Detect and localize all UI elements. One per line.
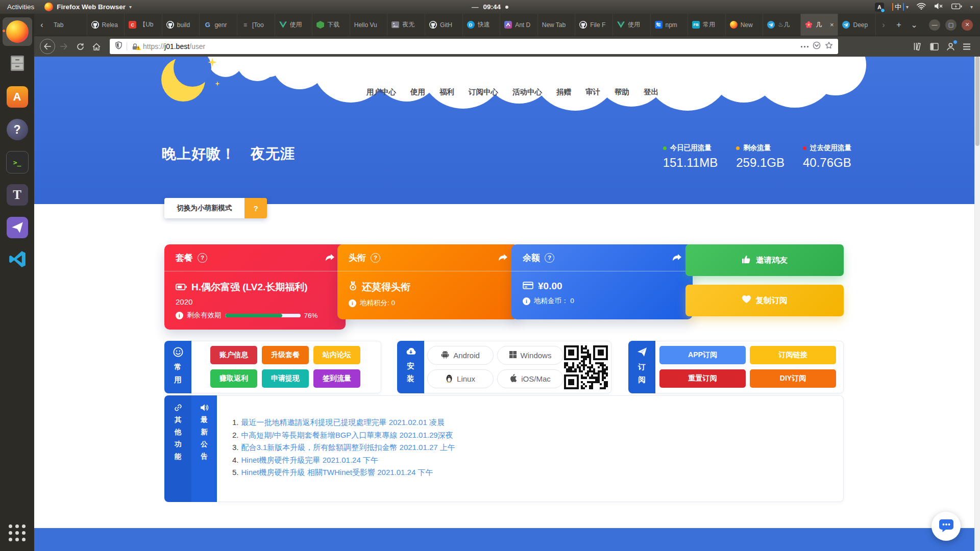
help-icon[interactable]: ? [371, 253, 380, 263]
switch-newbie-mode-button[interactable]: 切换为小萌新模式 [164, 198, 244, 218]
dock-item-ubuntu-software[interactable]: A [3, 83, 32, 111]
scrollbar-thumb[interactable] [975, 57, 979, 146]
home-button[interactable] [88, 39, 105, 54]
close-button[interactable]: ✕ [962, 19, 973, 31]
input-method-icon[interactable]: A [875, 3, 884, 12]
nav-link[interactable]: 帮助 [615, 87, 629, 97]
install-button-windows[interactable]: Windows [497, 346, 564, 365]
new-tab-button[interactable]: + [891, 14, 906, 36]
show-applications-button[interactable] [3, 518, 32, 547]
account-icon[interactable] [942, 39, 959, 54]
announcement-link[interactable]: 最近一批地精邀請返利提現已提現處理完畢 2021.02.01 凌晨 [241, 418, 445, 427]
dock-item-help[interactable]: ? [3, 115, 32, 144]
reload-button[interactable] [72, 39, 88, 54]
activities-button[interactable]: Activities [7, 3, 34, 11]
browser-tab[interactable]: 下载 [312, 14, 350, 36]
nav-link[interactable]: 使用 [410, 87, 425, 97]
announcement-link[interactable]: Hinet機房硬件升級 相關TWHinet受影響 2021.01.24 下午 [241, 468, 433, 477]
dock-item-terminal[interactable]: >_ [3, 148, 32, 177]
page-actions-icon[interactable] [801, 46, 808, 47]
browser-tab[interactable]: D快速 [463, 14, 501, 36]
browser-tab[interactable]: 使用 [613, 14, 651, 36]
nav-link[interactable]: 活动中心 [512, 87, 542, 97]
volume-muted-icon[interactable] [934, 3, 943, 11]
minimize-button[interactable]: — [929, 19, 940, 31]
browser-tab[interactable]: build [162, 14, 200, 36]
browser-tab[interactable]: Deep [838, 14, 876, 36]
browser-tab[interactable]: Tab [50, 14, 87, 36]
dock-item-text-editor[interactable]: T [3, 181, 32, 209]
common-button[interactable]: 升级套餐 [262, 346, 309, 364]
pocket-icon[interactable] [813, 41, 821, 52]
page-scrollbar[interactable] [974, 57, 980, 551]
tracking-shield-icon[interactable] [115, 41, 122, 52]
url-text[interactable]: https://j01.best/user [143, 42, 797, 51]
scroll-tabs-right-button[interactable]: › [876, 14, 891, 36]
nav-link[interactable]: 用户中心 [366, 87, 396, 97]
browser-tab[interactable]: 知npm [651, 14, 689, 36]
chat-widget-button[interactable] [932, 512, 961, 541]
tab-subscribe[interactable]: 订阅 [628, 341, 655, 393]
nav-link[interactable]: 订阅中心 [469, 87, 498, 97]
app-menu[interactable]: Firefox Web Browser ▾ [44, 3, 132, 11]
lock-warning-icon[interactable] [131, 43, 139, 51]
keyboard-layout-indicator[interactable]: 中▾ [892, 3, 909, 11]
install-button-iosmac[interactable]: iOS/Mac [497, 369, 564, 388]
battery-icon[interactable] [951, 3, 962, 11]
menu-hamburger-icon[interactable] [959, 39, 975, 54]
browser-tab[interactable]: File F [575, 14, 613, 36]
bookmark-star-icon[interactable] [825, 41, 833, 52]
browser-tab[interactable]: 夜无 [387, 14, 425, 36]
install-button-android[interactable]: Android [427, 346, 494, 365]
share-icon[interactable] [326, 254, 334, 262]
browser-tab[interactable]: Hello Vu [350, 14, 388, 36]
browser-tab[interactable]: C【Ub [125, 14, 162, 36]
subscribe-button[interactable]: APP订阅 [659, 346, 746, 364]
subscribe-button[interactable]: 重置订阅 [659, 369, 746, 388]
nav-link[interactable]: 捐赠 [556, 87, 571, 97]
browser-tab[interactable]: FB常用 [688, 14, 726, 36]
common-button[interactable]: 账户信息 [210, 346, 257, 364]
browser-tab[interactable]: ≡[Too [237, 14, 275, 36]
clock[interactable]: — 09:44 [472, 3, 508, 11]
common-button[interactable]: 申请提现 [262, 369, 309, 388]
browser-tab[interactable]: GitH [425, 14, 463, 36]
browser-tab-active[interactable]: 几× [801, 14, 839, 36]
maximize-button[interactable]: ▢ [945, 19, 957, 31]
forward-button[interactable] [56, 39, 72, 54]
common-button[interactable]: 站内论坛 [313, 346, 360, 364]
browser-tab[interactable]: New Tab [538, 14, 576, 36]
browser-tab[interactable]: New [726, 14, 764, 36]
sidebar-toggle-icon[interactable] [926, 39, 942, 54]
help-icon[interactable]: ? [198, 253, 207, 263]
wifi-icon[interactable] [917, 3, 926, 11]
announcement-link[interactable]: 配合3.1新版本升級，所有餘額調整到抵扣金幣 2021.01.27 上午 [241, 443, 455, 452]
tab-close-icon[interactable]: × [830, 21, 834, 29]
subscribe-button[interactable]: DIY订阅 [750, 369, 836, 388]
copy-subscription-button[interactable]: 复制订阅 [685, 285, 844, 316]
library-icon[interactable] [910, 39, 926, 54]
dock-item-files[interactable] [3, 50, 32, 79]
install-button-linux[interactable]: Linux [427, 369, 494, 388]
subscribe-button[interactable]: 订阅链接 [750, 346, 836, 364]
common-button[interactable]: 签到流量 [313, 369, 360, 388]
nav-link[interactable]: 福利 [439, 87, 454, 97]
announcement-link[interactable]: 中高短期/中等長期套餐新增BGP入口華東專線 2021.01.29深夜 [241, 431, 453, 439]
tab-common[interactable]: 常用 [164, 341, 191, 393]
nav-link[interactable]: 审计 [585, 87, 600, 97]
browser-tab[interactable]: 使用 [275, 14, 313, 36]
browser-tab[interactable]: Relea [87, 14, 125, 36]
mode-help-button[interactable]: ? [244, 198, 267, 218]
tab-install[interactable]: 安装 [397, 341, 424, 393]
announcement-link[interactable]: Hinet機房硬件升級完畢 2021.01.24 下午 [241, 456, 378, 464]
system-menu-caret[interactable]: ▾ [970, 4, 973, 10]
scroll-tabs-left-button[interactable]: ‹ [34, 14, 50, 36]
browser-tab[interactable]: Ggenr [200, 14, 237, 36]
dock-item-vscode[interactable] [3, 246, 32, 274]
nav-link[interactable]: 登出 [644, 87, 658, 97]
browser-tab[interactable]: Ant D [500, 14, 538, 36]
dock-item-firefox[interactable] [3, 17, 32, 46]
tab-other-functions[interactable]: 其他功能 [164, 395, 191, 502]
share-icon[interactable] [673, 254, 681, 262]
back-button[interactable] [39, 39, 56, 54]
